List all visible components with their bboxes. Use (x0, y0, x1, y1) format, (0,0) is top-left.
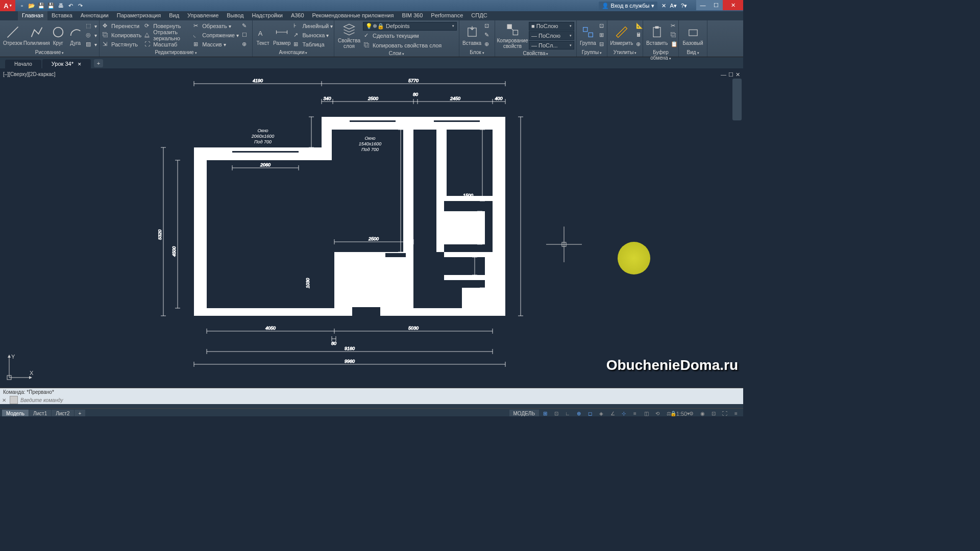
panel-modify-title[interactable]: Редактирование (102, 49, 250, 56)
maximize-button[interactable]: ☐ (709, 0, 723, 10)
status-customize-icon[interactable]: ≡ (731, 410, 741, 417)
status-model-button[interactable]: МОДЕЛЬ (509, 410, 539, 416)
table-button[interactable]: ⊞Таблица (292, 40, 334, 49)
linetype-dropdown[interactable]: — ПоСл... (529, 41, 574, 49)
command-input[interactable] (19, 396, 741, 404)
tab-insert[interactable]: Вставка (47, 11, 77, 20)
line-button[interactable]: Отрезок (2, 21, 23, 49)
cmdline-prompt-icon[interactable]: ▸_ (10, 396, 18, 404)
panel-view-title[interactable]: Вид (681, 49, 705, 56)
fillet-button[interactable]: ◟Сопряжение ▾ (192, 31, 240, 40)
tab-performance[interactable]: Performance (427, 11, 467, 20)
close-button[interactable]: ✕ (723, 0, 743, 10)
nav-zoom-icon[interactable] (733, 100, 741, 109)
tab-close-icon[interactable]: ✕ (78, 62, 82, 67)
layer-props-button[interactable]: Свойства слоя (336, 21, 362, 50)
base-view-button[interactable]: Базовый (681, 21, 705, 49)
arc-button[interactable]: Дуга (67, 21, 84, 49)
tab-home[interactable]: Главная (18, 11, 47, 20)
add-tab-button[interactable]: + (94, 59, 103, 67)
drawing-canvas[interactable]: [–][Сверху][2D-каркас] — ☐ ✕ .w{fill:#ff… (0, 68, 743, 388)
scale-button[interactable]: ⛶Масштаб (143, 40, 191, 49)
lineweight-dropdown[interactable]: — ПоСлою (529, 31, 574, 40)
tab-manage[interactable]: Управление (183, 11, 223, 20)
draw-tool-3[interactable]: ▨▾ (85, 40, 98, 49)
modify-tool-2[interactable]: ☐ (241, 31, 250, 40)
modify-tool-3[interactable]: ⊕ (241, 40, 250, 49)
qat-saveas-icon[interactable]: 💾 (47, 2, 55, 10)
tab-parametric[interactable]: Параметризация (113, 11, 165, 20)
status-lwt-icon[interactable]: ≡ (630, 410, 640, 417)
layout-add[interactable]: + (75, 410, 86, 416)
help-icon[interactable]: ?▾ (681, 3, 687, 9)
block-tool-1[interactable]: ⊡ (483, 21, 493, 31)
linear-dim-button[interactable]: ⊦Линейный▾ (292, 21, 334, 31)
status-gear-icon[interactable]: ⚙ (686, 410, 696, 417)
panel-props-title[interactable]: Свойства (497, 50, 574, 57)
group-tool-1[interactable]: ⊡ (598, 21, 607, 31)
trim-button[interactable]: ✂Обрезать ▾ (192, 21, 240, 31)
minimize-button[interactable]: — (696, 0, 709, 10)
panel-block-title[interactable]: Блок (461, 49, 493, 56)
match-props-button[interactable]: Копирование свойств (497, 21, 528, 50)
exchange-icon[interactable]: ✕ (662, 3, 666, 9)
layout-model[interactable]: Модель (2, 410, 29, 416)
make-current-button[interactable]: ✓Сделать текущим (363, 31, 457, 40)
layer-dropdown[interactable]: 💡❄🔒 Defpoints (363, 22, 457, 31)
nav-pan-icon[interactable] (733, 90, 741, 99)
panel-clip-title[interactable]: Буфер обмена (645, 49, 676, 61)
tab-addins[interactable]: Надстройки (248, 11, 287, 20)
move-button[interactable]: ✥Перенести (102, 21, 142, 31)
qat-new-icon[interactable]: ▫ (18, 2, 26, 10)
color-dropdown[interactable]: ■ ПоСлою (529, 22, 574, 31)
copy-clip-button[interactable]: ⿻ (670, 31, 679, 40)
tab-featured[interactable]: Рекомендованные приложения (308, 11, 398, 20)
panel-layers-title[interactable]: Слои (336, 50, 457, 57)
mirror-button[interactable]: ⧋Отразить зеркально (143, 31, 191, 40)
leader-button[interactable]: ↗Выноска▾ (292, 31, 334, 40)
qat-save-icon[interactable]: 💾 (37, 2, 45, 10)
status-snap-icon[interactable]: ⊡ (551, 410, 561, 417)
cmdline-close-icon[interactable]: ✕ (2, 397, 8, 403)
vp-minimize-icon[interactable]: — (721, 71, 726, 78)
circle-button[interactable]: Круг (50, 21, 66, 49)
group-tool-3[interactable]: ⊟ (598, 40, 607, 49)
qat-open-icon[interactable]: 📂 (28, 2, 36, 10)
polyline-button[interactable]: Полилиния (24, 21, 49, 49)
stretch-button[interactable]: ⇲Растянуть (102, 40, 142, 49)
status-3dosnap-icon[interactable]: ◈ (596, 410, 606, 417)
app-menu-button[interactable]: A (0, 0, 15, 11)
cut-button[interactable]: ✂ (670, 21, 679, 31)
copy-button[interactable]: ⿻Копировать (102, 31, 142, 40)
nav-wheel-icon[interactable] (733, 80, 741, 89)
viewport-label[interactable]: [–][Сверху][2D-каркас] (3, 71, 56, 77)
status-transparency-icon[interactable]: ◫ (641, 410, 651, 417)
group-tool-2[interactable]: ⊞ (598, 31, 607, 40)
tab-view[interactable]: Вид (165, 11, 183, 20)
layout-sheet2[interactable]: Лист2 (52, 410, 74, 416)
clip-tool-3[interactable]: 📋 (670, 40, 679, 49)
insert-block-button[interactable]: Вставка (461, 21, 482, 49)
status-scale[interactable]: 🔒 1:50▾ (675, 410, 685, 417)
tab-output[interactable]: Вывод (223, 11, 248, 20)
status-clean-icon[interactable]: ⛶ (720, 410, 730, 417)
status-cycling-icon[interactable]: ⟲ (652, 410, 663, 417)
tab-document[interactable]: Урок 34*✕ (42, 59, 91, 68)
text-button[interactable]: AТекст (255, 21, 271, 49)
dimension-button[interactable]: Размер (272, 21, 291, 49)
tab-annotate[interactable]: Аннотации (77, 11, 113, 20)
vp-close-icon[interactable]: ✕ (736, 71, 740, 78)
nav-orbit-icon[interactable] (733, 110, 741, 119)
draw-tool-2[interactable]: ◎▾ (85, 31, 98, 40)
status-hardware-icon[interactable]: ⊡ (708, 410, 719, 417)
tab-bim360[interactable]: BIM 360 (398, 11, 427, 20)
copy-layer-props-button[interactable]: ⿻Копировать свойства слоя (363, 41, 457, 50)
modify-tool-1[interactable]: ✎ (241, 21, 250, 31)
measure-button[interactable]: Измерить (609, 21, 634, 49)
status-grid-icon[interactable]: ⊞ (540, 410, 550, 417)
status-dyn-icon[interactable]: ⊹ (619, 410, 629, 417)
app-a-icon[interactable]: A▾ (670, 3, 677, 9)
group-button[interactable]: Группа (579, 21, 597, 49)
status-isolate-icon[interactable]: ◉ (697, 410, 707, 417)
layout-sheet1[interactable]: Лист1 (29, 410, 51, 416)
